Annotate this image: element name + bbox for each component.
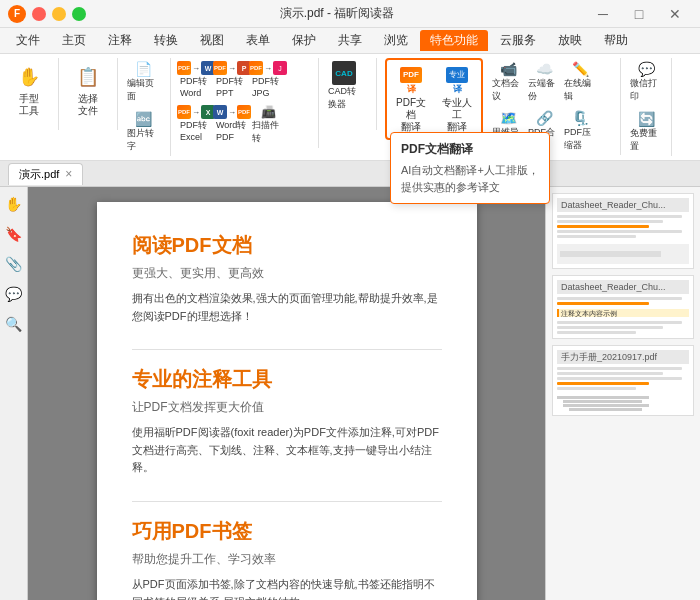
menu-protect[interactable]: 保护 [282,30,326,51]
reset-label: 免费重置 [630,127,662,153]
pdf-area: 阅读PDF文档 更强大、更实用、更高效 拥有出色的文档渲染效果,强大的页面管理功… [28,187,545,600]
jpg-icon: J [273,61,287,75]
window-minimize-btn[interactable] [52,7,66,21]
doc-tab-pdf[interactable]: 演示.pdf × [8,163,83,185]
menu-file[interactable]: 文件 [6,30,50,51]
pdf-excel-label: PDF转Excel [180,119,212,142]
pdf-icon3: PDF [249,61,263,75]
word-icon2: W [213,105,227,119]
menu-share[interactable]: 共享 [328,30,372,51]
section2-text: 使用福昕PDF阅读器(foxit reader)为PDF文件添加注释,可对PDF… [132,424,442,477]
tool-group-edit: 📄 编辑页面 🔤 图片转字 [126,58,171,156]
cloud-backup-btn[interactable]: ☁️ 云端备份 [527,58,561,106]
thumb2-header: Datasheet_Reader_Chu... [557,280,689,294]
menu-special[interactable]: 特色功能 [420,30,488,51]
thumbnail-3[interactable]: 手力手册_20210917.pdf [552,345,694,416]
word-to-pdf-btn[interactable]: W → PDF Word转PDF [215,102,249,148]
section3-subtitle: 帮助您提升工作、学习效率 [132,551,442,568]
window-maximize-btn[interactable] [72,7,86,21]
pdf-section-1: 阅读PDF文档 更强大、更实用、更高效 拥有出色的文档渲染效果,强大的页面管理功… [132,232,442,325]
thumb-bar [560,251,661,257]
pdf-ppt-icon-group: PDF → P [213,61,251,75]
edit-page-icon: 📄 [135,61,152,77]
edit-page-btn[interactable]: 📄 编辑页面 [126,58,160,106]
menu-bar: 文件 主页 注释 转换 视图 表单 保护 共享 浏览 特色功能 云服务 放映 帮… [0,28,700,54]
thumbnail-2[interactable]: Datasheet_Reader_Chu... 注释文本内容示例 [552,275,694,339]
menu-help[interactable]: 帮助 [594,30,638,51]
scan-to-word-btn[interactable]: 📠 扫描件转 [251,102,285,148]
arrow-icon2: → [228,64,236,73]
pdf-doc-translate-btn[interactable]: PDF 译 PDF文档翻译 [389,62,433,136]
thumb-line-highlight [557,225,649,228]
cloud-label: 云端备份 [528,77,560,103]
outline-item [563,404,649,407]
pdf-translate-badge: PDF [400,67,422,83]
menu-comment[interactable]: 注释 [98,30,142,51]
section1-title: 阅读PDF文档 [132,232,442,259]
tooltip-title: PDF文档翻译 [401,141,539,158]
doc-meeting-btn[interactable]: 📹 文档会议 [491,58,525,106]
arrow-icon4: → [192,108,200,117]
sidebar-hand-icon[interactable]: ✋ [3,193,25,215]
meeting-label: 文档会议 [492,77,524,103]
edit-label: 在线编辑 [564,77,596,103]
section2-title: 专业的注释工具 [132,366,442,393]
win-minimize-btn[interactable]: ─ [586,0,620,28]
hand-tool-label: 手型工具 [19,93,39,117]
pdf-to-excel-btn[interactable]: PDF → X PDF转Excel [179,102,213,148]
section1-text: 拥有出色的文档渲染效果,强大的页面管理功能,帮助提升效率,是您阅读PDF的理想选… [132,290,442,325]
arrow-icon3: → [264,64,272,73]
thumb-line [557,297,682,300]
sidebar-bookmark-icon[interactable]: 🔖 [3,223,25,245]
sidebar-attachment-icon[interactable]: 📎 [3,253,25,275]
pdf-to-word-btn[interactable]: PDF → W PDF转Word [179,58,213,101]
select-label: 选择文件 [78,93,98,117]
win-maximize-btn[interactable]: □ [622,0,656,28]
pdf-to-ppt-btn[interactable]: PDF → P PDF转PPT [215,58,249,101]
pdf-translate-label: PDF文档翻译 [392,97,430,133]
main-area: ✋ 🔖 📎 💬 🔍 阅读PDF文档 更强大、更实用、更高效 拥有出色的文档渲染效… [0,187,700,600]
menu-browse[interactable]: 浏览 [374,30,418,51]
window-close-btn[interactable] [32,7,46,21]
compress-icon: 🗜️ [572,110,589,126]
online-edit-btn[interactable]: ✏️ 在线编辑 [563,58,597,106]
menu-convert[interactable]: 转换 [144,30,188,51]
thumbnail-1[interactable]: Datasheet_Reader_Chu... [552,193,694,269]
thumb3-content [557,367,689,411]
pro-translate-btn[interactable]: 专业 译 专业人工翻译 [435,62,479,136]
thumb-line [557,367,682,370]
tool-group-translate: PDF 译 PDF文档翻译 专业 译 专业人工翻译 [385,58,483,140]
menu-home[interactable]: 主页 [52,30,96,51]
pdf-icon4: PDF [177,105,191,119]
hand-tool-btn[interactable]: ✋ 手型工具 [8,58,50,120]
thumb-line-highlight2 [557,302,649,305]
menu-present[interactable]: 放映 [548,30,592,51]
tooltip-desc: AI自动文档翻译+人工排版，提供实惠的参考译文 [401,162,539,195]
win-close-btn[interactable]: ✕ [658,0,692,28]
wechat-print-btn[interactable]: 💬 微信打印 [629,58,663,106]
free-reset-btn[interactable]: 🔄 免费重置 [629,108,663,156]
menu-form[interactable]: 表单 [236,30,280,51]
doc-tab-close[interactable]: × [65,167,72,181]
outline-item [569,408,642,411]
thumb-footer [557,244,689,264]
sidebar-comment-icon[interactable]: 💬 [3,283,25,305]
menu-cloud[interactable]: 云服务 [490,30,546,51]
thumb1-header: Datasheet_Reader_Chu... [557,198,689,212]
menu-view[interactable]: 视图 [190,30,234,51]
cad-convert-btn[interactable]: CAD CAD转换器 [327,58,361,114]
img-to-text-btn[interactable]: 🔤 图片转字 [126,108,160,156]
outline-item [563,400,642,403]
app-icon: F [8,5,26,23]
word-pdf-icon-group: W → PDF [213,105,251,119]
select-file-btn[interactable]: 📋 选择文件 [67,58,109,120]
thumb-outline [557,396,689,411]
wechat-label: 微信打印 [630,77,662,103]
thumb-line [557,326,663,329]
select-icon: 📋 [74,63,102,91]
thumb3-header: 手力手册_20210917.pdf [557,350,689,364]
pdf-compress-btn[interactable]: 🗜️ PDF压缩器 [563,107,597,155]
sidebar-search-icon[interactable]: 🔍 [3,313,25,335]
pdf-to-jpg-btn[interactable]: PDF → J PDF转JPG [251,58,285,101]
tab-bar: 演示.pdf × [0,161,700,187]
